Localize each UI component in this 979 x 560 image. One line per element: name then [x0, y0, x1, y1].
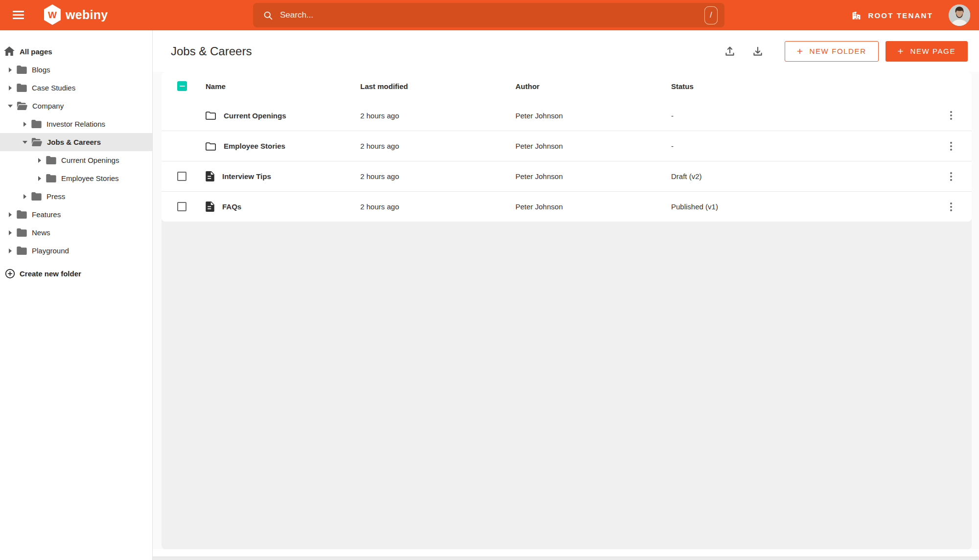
row-name: Current Openings [224, 112, 286, 120]
table-row-interview-tips[interactable]: Interview Tips 2 hours ago Peter Johnson… [162, 161, 972, 191]
export-pages-button[interactable] [747, 41, 768, 62]
column-header-name: Name [206, 82, 226, 90]
webiny-hexagon-icon: W [44, 4, 61, 25]
folder-icon [31, 192, 42, 201]
import-pages-button[interactable] [720, 41, 740, 62]
sidebar-item-all-pages[interactable]: All pages [0, 42, 152, 61]
search-icon [263, 10, 273, 21]
page-title: Jobs & Careers [171, 45, 720, 58]
home-icon [4, 46, 15, 56]
caret-icon[interactable] [7, 67, 13, 72]
sidebar-item-jobs-careers[interactable]: Jobs & Careers [0, 133, 152, 151]
folder-icon [17, 228, 27, 237]
new-folder-button[interactable]: + NEW FOLDER [785, 41, 879, 62]
pages-table: Name Last modified Author Status Current… [162, 72, 972, 222]
table-row-current-openings[interactable]: Current Openings 2 hours ago Peter Johns… [162, 100, 972, 131]
webiny-logo[interactable]: W webiny [44, 4, 108, 25]
kebab-menu-icon[interactable] [947, 139, 955, 154]
upload-icon [723, 45, 736, 58]
search-input[interactable] [280, 10, 704, 20]
caret-icon[interactable] [7, 248, 13, 253]
tenant-selector[interactable]: ROOT TENANT [851, 10, 933, 21]
sidebar-item-label: Playground [32, 246, 69, 255]
caret-icon[interactable] [7, 86, 13, 90]
plus-icon: + [797, 46, 804, 56]
topbar-right-group: ROOT TENANT [851, 0, 970, 30]
top-bar: W webiny / ROOT TENANT [0, 0, 979, 30]
sidebar-item-playground[interactable]: Playground [0, 242, 152, 260]
caret-icon[interactable] [22, 194, 28, 199]
list-scroll-area[interactable]: Name Last modified Author Status Current… [162, 72, 972, 549]
folder-tree-sidebar: All pages Blogs Case Studies Company [0, 30, 153, 560]
caret-icon[interactable] [7, 212, 13, 217]
sidebar-item-press[interactable]: Press [0, 187, 152, 205]
new-page-button[interactable]: + NEW PAGE [886, 41, 968, 62]
search-bar[interactable]: / [253, 3, 724, 27]
sidebar-item-case-studies[interactable]: Case Studies [0, 79, 152, 97]
sidebar-item-label: Company [32, 102, 64, 110]
row-author: Peter Johnson [515, 172, 671, 180]
folder-icon [17, 102, 27, 110]
sidebar-item-label: Case Studies [32, 84, 75, 92]
column-header-modified: Last modified [360, 82, 408, 90]
sidebar-item-features[interactable]: Features [0, 205, 152, 224]
sidebar-item-employee-stories[interactable]: Employee Stories [0, 169, 152, 187]
row-author: Peter Johnson [515, 142, 671, 150]
caret-icon[interactable] [37, 158, 43, 163]
folder-icon [206, 111, 216, 120]
row-checkbox[interactable] [177, 172, 186, 181]
row-last-modified: 2 hours ago [360, 202, 515, 211]
menu-icon[interactable] [13, 9, 24, 21]
sidebar-item-label: Blogs [32, 66, 50, 74]
folder-icon [31, 138, 42, 146]
kebab-menu-icon[interactable] [947, 200, 955, 214]
content-shell: All pages Blogs Case Studies Company [0, 30, 979, 560]
row-checkbox[interactable] [177, 202, 186, 211]
caret-icon[interactable] [37, 176, 43, 181]
row-status: Published (v1) [671, 202, 930, 211]
download-icon [751, 45, 764, 58]
plus-icon: + [898, 46, 905, 56]
table-row-faqs[interactable]: FAQs 2 hours ago Peter Johnson Published… [162, 191, 972, 222]
row-author: Peter Johnson [515, 202, 671, 211]
tenant-label: ROOT TENANT [868, 11, 933, 20]
caret-icon[interactable] [22, 122, 28, 127]
table-row-employee-stories[interactable]: Employee Stories 2 hours ago Peter Johns… [162, 131, 972, 161]
create-new-folder-button[interactable]: Create new folder [0, 264, 152, 283]
kebab-menu-icon[interactable] [947, 108, 955, 123]
plus-circle-icon [5, 269, 15, 279]
sidebar-item-investor-relations[interactable]: Investor Relations [0, 115, 152, 133]
caret-icon[interactable] [7, 105, 13, 108]
sidebar-item-label: Jobs & Careers [47, 138, 101, 146]
kebab-menu-icon[interactable] [947, 169, 955, 184]
table-header-row: Name Last modified Author Status [162, 72, 972, 100]
sidebar-item-label: Features [32, 210, 61, 219]
sidebar-item-news[interactable]: News [0, 224, 152, 242]
folder-tree: Blogs Case Studies Company Investor Rela… [0, 61, 152, 260]
folder-icon [17, 66, 27, 74]
row-name: Employee Stories [224, 142, 285, 150]
select-all-checkbox[interactable] [177, 81, 187, 91]
caret-icon[interactable] [22, 141, 28, 144]
user-avatar[interactable] [949, 4, 970, 26]
row-status: - [671, 142, 930, 150]
slash-shortcut-key: / [704, 6, 718, 24]
new-page-label: NEW PAGE [910, 47, 956, 55]
table-body: Current Openings 2 hours ago Peter Johns… [162, 100, 972, 222]
folder-icon [31, 120, 42, 128]
row-status: - [671, 112, 930, 120]
row-last-modified: 2 hours ago [360, 172, 515, 180]
row-last-modified: 2 hours ago [360, 112, 515, 120]
folder-icon [206, 142, 216, 151]
caret-icon[interactable] [7, 230, 13, 235]
row-last-modified: 2 hours ago [360, 142, 515, 150]
sidebar-item-label: All pages [20, 47, 52, 56]
column-header-author: Author [515, 82, 539, 90]
sidebar-item-company[interactable]: Company [0, 97, 152, 115]
row-author: Peter Johnson [515, 112, 671, 120]
sidebar-item-label: Current Openings [61, 156, 119, 164]
folder-icon [17, 210, 27, 219]
sidebar-item-current-openings[interactable]: Current Openings [0, 151, 152, 169]
sidebar-item-blogs[interactable]: Blogs [0, 61, 152, 79]
main-area: Jobs & Careers + NEW FOLDER [153, 30, 979, 560]
